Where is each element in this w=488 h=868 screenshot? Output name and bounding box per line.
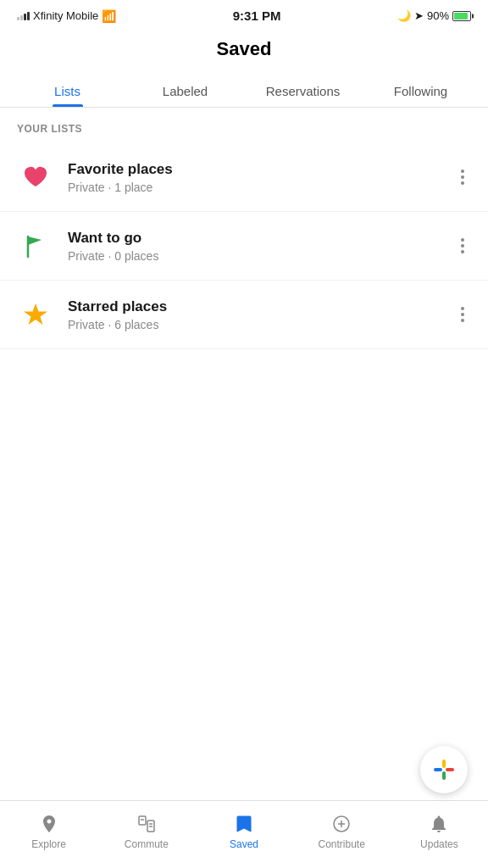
starred-places-text: Starred places Private · 6 places xyxy=(68,298,454,331)
want-to-go-more-button[interactable] xyxy=(454,231,471,260)
status-right: 🌙 ➤ 90% xyxy=(397,9,471,22)
tab-lists[interactable]: Lists xyxy=(8,74,126,107)
starred-places-more-button[interactable] xyxy=(454,300,471,329)
svg-rect-4 xyxy=(446,768,454,771)
want-to-go-sub: Private · 0 places xyxy=(68,249,454,263)
svg-rect-5 xyxy=(442,760,446,768)
more-dots-icon xyxy=(461,170,464,185)
nav-item-saved[interactable]: Saved xyxy=(195,813,292,850)
favorite-places-more-button[interactable] xyxy=(454,163,471,192)
favorite-places-icon xyxy=(17,159,54,196)
list-item-starred-places[interactable]: Starred places Private · 6 places xyxy=(0,281,488,349)
saved-label: Saved xyxy=(230,838,258,850)
explore-icon xyxy=(38,813,60,835)
want-to-go-icon xyxy=(17,227,54,264)
google-plus-icon xyxy=(432,758,456,782)
favorite-places-name: Favorite places xyxy=(68,161,454,178)
starred-places-icon xyxy=(17,296,54,333)
svg-rect-3 xyxy=(434,768,442,771)
svg-rect-7 xyxy=(139,816,146,825)
starred-places-sub: Private · 6 places xyxy=(68,318,454,331)
updates-label: Updates xyxy=(420,838,458,850)
nav-item-updates[interactable]: Updates xyxy=(391,813,488,850)
lists-container: Favorite places Private · 1 place Want t… xyxy=(0,143,488,349)
saved-icon xyxy=(233,813,255,835)
favorite-places-text: Favorite places Private · 1 place xyxy=(68,161,454,194)
list-item-want-to-go[interactable]: Want to go Private · 0 places xyxy=(0,212,488,281)
tabs-container: Lists Labeled Reservations Following xyxy=(0,74,488,108)
more-dots-icon xyxy=(461,238,464,253)
status-left: Xfinity Mobile 📶 xyxy=(17,9,116,23)
tab-reservations[interactable]: Reservations xyxy=(244,74,362,107)
commute-label: Commute xyxy=(125,838,169,850)
explore-label: Explore xyxy=(31,838,66,850)
bottom-nav: Explore Commute Saved xyxy=(0,800,488,868)
starred-places-name: Starred places xyxy=(68,298,454,315)
status-bar: Xfinity Mobile 📶 9:31 PM 🌙 ➤ 90% xyxy=(0,0,488,28)
moon-icon: 🌙 xyxy=(397,9,411,22)
contribute-icon xyxy=(330,813,352,835)
more-dots-icon xyxy=(461,307,464,322)
nav-item-contribute[interactable]: Contribute xyxy=(293,813,391,850)
contribute-label: Contribute xyxy=(319,838,365,850)
section-header-your-lists: YOUR LISTS xyxy=(0,108,488,143)
page-title: Saved xyxy=(0,28,488,74)
svg-marker-2 xyxy=(24,303,47,325)
wifi-icon: 📶 xyxy=(102,9,116,23)
favorite-places-sub: Private · 1 place xyxy=(68,181,454,194)
want-to-go-name: Want to go xyxy=(68,230,454,247)
tab-labeled[interactable]: Labeled xyxy=(126,74,244,107)
want-to-go-text: Want to go Private · 0 places xyxy=(68,230,454,263)
location-icon: ➤ xyxy=(414,9,424,22)
commute-icon xyxy=(136,813,158,835)
battery-percent: 90% xyxy=(427,9,449,22)
add-list-fab[interactable] xyxy=(420,746,468,793)
list-item-favorite-places[interactable]: Favorite places Private · 1 place xyxy=(0,143,488,212)
status-time: 9:31 PM xyxy=(233,8,281,23)
svg-rect-6 xyxy=(442,771,446,780)
signal-icon xyxy=(17,12,30,20)
battery-icon xyxy=(452,11,471,21)
tab-following[interactable]: Following xyxy=(362,74,480,107)
carrier-label: Xfinity Mobile xyxy=(33,9,98,22)
updates-icon xyxy=(428,813,450,835)
svg-marker-0 xyxy=(28,236,42,245)
nav-item-commute[interactable]: Commute xyxy=(97,813,195,850)
nav-item-explore[interactable]: Explore xyxy=(0,813,97,850)
